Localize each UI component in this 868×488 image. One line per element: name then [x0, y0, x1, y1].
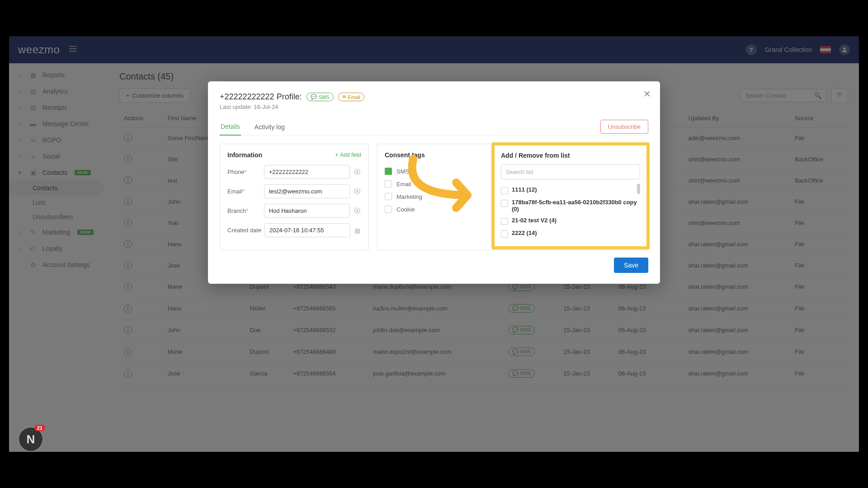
email-label: Email* — [227, 188, 264, 195]
email-input[interactable] — [264, 184, 350, 198]
checkbox-icon[interactable] — [501, 230, 508, 238]
unsubscribe-button[interactable]: Unsubscribe — [600, 120, 648, 134]
badge-letter: N — [27, 432, 35, 446]
chip-label: SMS — [319, 94, 330, 100]
branch-label: Branch* — [227, 207, 264, 214]
checkbox-icon[interactable] — [385, 206, 392, 213]
app-launcher-badge[interactable]: N 21 — [18, 427, 43, 452]
profile-modal: ✕ +22222222222 Profile: 💬SMS ✉Email Last… — [208, 81, 660, 284]
list-item-label: 1111 (12) — [512, 186, 537, 193]
consent-label: Marketing — [396, 193, 422, 200]
tab-details[interactable]: Details — [220, 118, 241, 136]
list-panel-title: Add / Remove from list — [501, 152, 640, 159]
modal-title: +22222222222 Profile: — [220, 92, 302, 102]
checkbox-icon[interactable] — [385, 180, 392, 188]
plus-icon: + — [335, 152, 338, 158]
checkbox-icon[interactable] — [501, 200, 508, 207]
created-date-label: Created date — [227, 227, 264, 234]
clear-icon[interactable]: ⓧ — [354, 207, 361, 215]
calendar-icon[interactable]: ▦ — [354, 227, 361, 234]
created-date-input[interactable] — [264, 223, 350, 237]
panel-title: Consent tags — [385, 151, 425, 159]
badge-count: 21 — [34, 425, 45, 431]
panel-title: Information — [227, 151, 262, 159]
consent-panel: Consent tags SMS Email Marketing Cookie … — [377, 144, 648, 250]
consent-label: SMS — [396, 168, 409, 175]
information-panel: Information +Add field Phone* ⓧ Email* ⓧ… — [220, 144, 369, 250]
tab-activity-log[interactable]: Activity log — [254, 119, 286, 135]
checkbox-icon[interactable] — [501, 218, 508, 225]
list-item-label: 178ba78f-5cfb-ea11-aa56-0210b2f330b0 cop… — [512, 199, 640, 212]
phone-label: Phone* — [227, 169, 264, 175]
phone-input[interactable] — [264, 165, 350, 179]
list-item[interactable]: 2222 (14) — [501, 227, 640, 240]
add-field-label: Add field — [340, 152, 361, 158]
branch-input[interactable] — [264, 204, 350, 218]
list-item[interactable]: 21-02 test V2 (4) — [501, 215, 640, 227]
checkbox-icon[interactable] — [501, 187, 508, 194]
consent-label: Email — [396, 181, 411, 188]
list-item-label: 2222 (14) — [512, 230, 537, 236]
scrollbar-thumb[interactable] — [637, 184, 640, 194]
consent-label: Cookie — [396, 206, 415, 213]
clear-icon[interactable]: ⓧ — [354, 188, 361, 196]
checkbox-icon[interactable] — [385, 193, 392, 200]
sms-chip: 💬SMS — [307, 93, 334, 101]
list-items-container[interactable]: 1111 (12)178ba78f-5cfb-ea11-aa56-0210b2f… — [501, 184, 640, 240]
list-item-label: 21-02 test V2 (4) — [512, 217, 557, 224]
add-remove-list-panel: Add / Remove from list Search list 1111 … — [491, 142, 650, 249]
chat-icon: 💬 — [311, 94, 317, 100]
save-button[interactable]: Save — [614, 258, 648, 273]
list-item[interactable]: 178ba78f-5cfb-ea11-aa56-0210b2f330b0 cop… — [501, 197, 640, 215]
clear-icon[interactable]: ⓧ — [354, 168, 361, 176]
close-icon[interactable]: ✕ — [643, 89, 651, 99]
chip-label: Email — [348, 94, 361, 100]
email-chip: ✉Email — [338, 93, 365, 101]
list-item[interactable]: 1111 (12) — [501, 184, 640, 197]
mail-icon: ✉ — [342, 94, 346, 100]
add-field-button[interactable]: +Add field — [335, 152, 361, 158]
modal-subtitle: Last update: 16-Jul-24 — [220, 103, 648, 110]
search-list-input[interactable]: Search list — [501, 164, 640, 179]
checkbox-icon[interactable] — [385, 168, 392, 175]
